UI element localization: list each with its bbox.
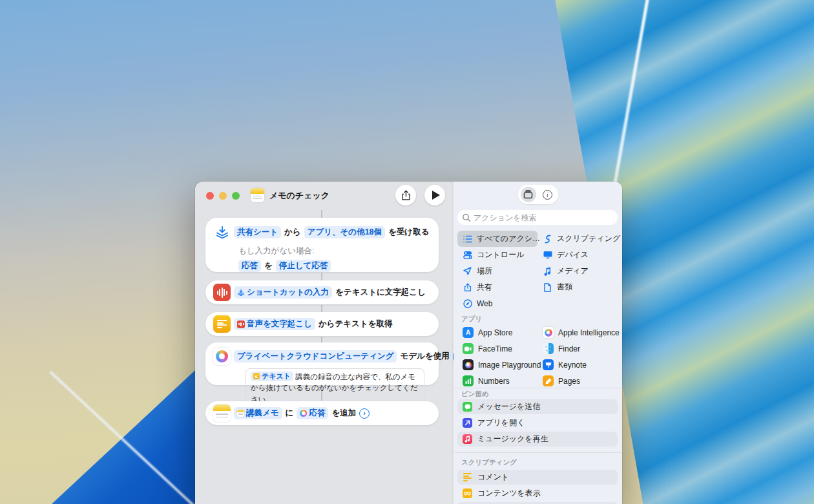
app-label: Pages [558,377,580,386]
notes-app-icon [213,404,231,422]
app-keynote[interactable]: Keynote [537,357,618,373]
app-label: FaceTime [478,344,512,353]
category-label: メディア [557,266,589,277]
category-label: 共有 [477,282,492,293]
token-response[interactable]: 応答 [297,407,328,419]
category-web[interactable]: Web [457,295,537,311]
action-text: をテキストに文字起こし [335,287,426,298]
category-documents[interactable]: 書類 [537,279,618,295]
app-label: Keynote [558,361,587,370]
app-store-icon: A [463,327,474,338]
app-facetime[interactable]: FaceTime [457,341,537,357]
action-text: を追加 [331,408,356,419]
info-icon: i [543,190,552,200]
action-text: を受け取る [388,227,429,238]
apple-intelligence-app-icon [543,327,554,338]
app-pages[interactable]: Pages [537,373,618,389]
section-divider [454,452,622,453]
app-label: Numbers [478,377,510,386]
token-private-cloud-compute[interactable]: プライベートクラウドコンピューティング [234,350,397,362]
action-open-app[interactable]: アプリを開く [457,415,618,430]
app-label: Finder [558,344,580,353]
all-actions-icon [463,235,472,243]
action-library-sidebar: i すべてのアクシ… [454,182,622,504]
connector [321,305,322,312]
token-app-types[interactable]: アプリ、その他18個 [304,226,385,238]
category-label: コントロール [477,249,524,260]
library-icon [523,190,533,199]
app-finder[interactable]: Finder [537,341,618,357]
action-label: コンテンツを表示 [477,488,541,499]
search-input[interactable] [457,210,618,225]
app-apple-intelligence[interactable]: Apple Intelligence [537,324,618,341]
category-share[interactable]: 共有 [457,279,537,295]
category-label: 場所 [477,266,492,277]
category-control[interactable]: コントロール [457,247,537,263]
category-label: すべてのアクシ… [477,233,540,244]
category-device[interactable]: デバイス [537,247,618,263]
section-divider [454,388,622,388]
search-icon [462,213,471,222]
token-respond[interactable]: 応答 [238,260,261,272]
image-playground-icon [463,359,474,370]
category-scripting[interactable]: スクリプティング [537,231,618,247]
action-comment[interactable]: コメント [457,470,618,485]
action-label: コメント [477,472,509,483]
keynote-icon [543,359,554,370]
no-input-label: もし入力がない場合: [238,246,431,257]
action-label: メッセージを送信 [477,401,540,412]
numbers-icon [463,375,474,386]
token-voice-transcription[interactable]: 音声を文字起こし [234,318,315,330]
show-content-icon [463,488,472,498]
sidebar-mode-toggle: i [518,185,558,204]
action-send-message[interactable]: メッセージを送信 [457,399,618,414]
app-label: Image Playground [478,361,541,370]
app-numbers[interactable]: Numbers [457,373,537,389]
scripting-icon [543,235,552,244]
token-share-sheet[interactable]: 共有シート [234,226,281,238]
pinned-section-header: ピン留め [461,390,489,399]
comment-icon [463,472,472,482]
category-all-actions[interactable]: すべてのアクシ… [457,231,537,247]
apple-intelligence-icon [213,348,231,365]
scripting-section-header: スクリプティング [461,458,517,467]
media-icon [543,267,552,276]
token-stop-respond[interactable]: 停止して応答 [276,260,331,272]
app-app-store[interactable]: A App Store [457,324,537,341]
finder-icon [543,343,554,354]
action-label: ミュージックを再生 [477,434,548,445]
action-card-transcribe[interactable]: ショートカットの入力 をテキストに文字起こし [205,280,439,304]
token-shortcut-input[interactable]: ショートカットの入力 [234,286,332,299]
note-mini-icon [237,410,244,417]
action-card-ai-model[interactable]: プライベートクラウドコンピューティング モデルを使用 › テキスト 講義の録音の… [205,342,439,385]
app-label: App Store [478,328,512,337]
category-media[interactable]: メディア [537,263,618,279]
action-card-receive-share[interactable]: 共有シート から アプリ、その他18個 を受け取る もし入力がない場合: 応答 … [205,218,439,272]
action-card-get-text[interactable]: 音声を文字起こし からテキストを取得 [205,312,439,336]
action-play-music[interactable]: ミュージックを再生 [457,432,618,446]
share-category-icon [463,283,472,292]
transcribe-mini-icon [237,320,245,328]
transcribe-audio-icon [213,284,231,301]
action-text: に [286,408,294,419]
action-card-append-note[interactable]: 講義メモ に 応答 を追加 › [205,401,439,425]
category-label: 書類 [557,282,572,293]
category-location[interactable]: 場所 [457,263,537,279]
info-tab[interactable]: i [540,187,556,202]
category-label: スクリプティング [557,233,620,244]
desktop: メモのチェック [0,0,814,504]
app-label: Apple Intelligence [558,328,620,337]
category-label: Web [477,299,492,308]
document-icon [543,283,552,292]
action-show-content[interactable]: コンテンツを表示 [457,486,618,501]
connector [321,337,322,342]
web-icon [463,299,472,308]
token-lecture-note[interactable]: 講義メモ [234,407,282,419]
category-label: デバイス [557,249,589,260]
app-image-playground[interactable]: Image Playground [457,357,537,373]
share-input-mini-icon [237,289,245,297]
token-text-variable[interactable]: テキスト [251,372,293,381]
action-text: を [264,260,273,271]
expand-chevron-icon[interactable]: › [359,408,370,419]
library-tab[interactable] [521,187,536,202]
